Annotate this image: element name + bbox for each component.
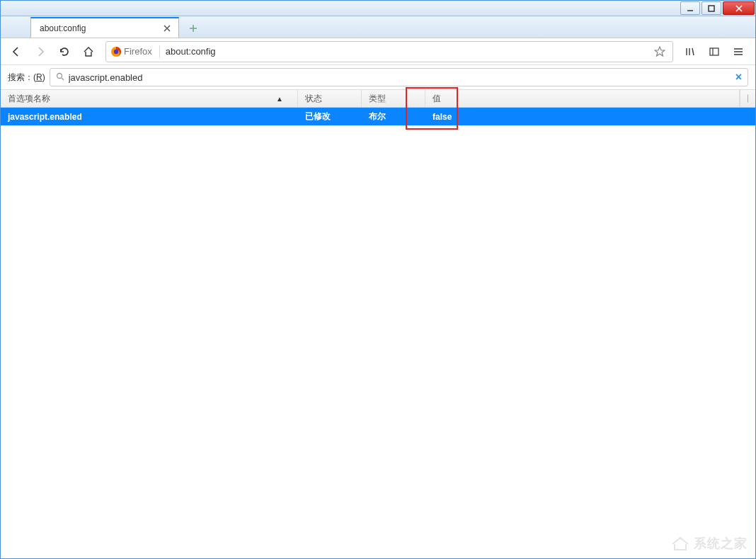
address-url: about:config (166, 46, 651, 57)
table-row[interactable]: javascript.enabled 已修改 布尔 false (1, 108, 755, 125)
bookmark-star-icon[interactable] (651, 46, 668, 57)
tab-strip: about:config (1, 16, 755, 38)
svg-rect-13 (710, 48, 718, 55)
sidebar-icon[interactable] (703, 40, 726, 63)
address-separator (159, 45, 160, 58)
svg-point-18 (57, 74, 62, 79)
library-icon[interactable] (679, 40, 701, 63)
search-label: 搜索：(R) (8, 72, 45, 84)
address-bar[interactable]: Firefox about:config (105, 41, 673, 62)
forward-button[interactable] (29, 40, 52, 63)
config-search-row: 搜索：(R) × (1, 65, 755, 89)
maximize-button[interactable] (701, 1, 721, 15)
search-box[interactable]: × (50, 68, 748, 86)
svg-rect-1 (709, 6, 714, 11)
column-type[interactable]: 类型 (362, 90, 425, 107)
search-input[interactable] (69, 72, 731, 83)
tab-aboutconfig[interactable]: about:config (30, 17, 179, 38)
column-name[interactable]: 首选项名称 ▲ (1, 90, 298, 107)
watermark: 系统之家 (671, 535, 748, 552)
column-picker-icon[interactable] (740, 90, 755, 107)
window-titlebar (1, 1, 755, 16)
pref-type: 布尔 (362, 111, 425, 123)
pref-value: false (425, 112, 755, 122)
svg-point-9 (114, 49, 118, 53)
minimize-button[interactable] (680, 1, 700, 15)
pref-status: 已修改 (298, 111, 362, 123)
svg-line-19 (62, 78, 64, 80)
back-button[interactable] (5, 40, 28, 63)
tab-close-icon[interactable] (161, 23, 173, 34)
home-button[interactable] (77, 40, 100, 63)
config-table-body: javascript.enabled 已修改 布尔 false (1, 108, 755, 125)
firefox-logo-icon (110, 46, 122, 57)
config-table-header: 首选项名称 ▲ 状态 类型 值 (1, 89, 755, 108)
column-status[interactable]: 状态 (298, 90, 362, 107)
menu-icon[interactable] (727, 40, 750, 63)
nav-bar: Firefox about:config (1, 38, 755, 65)
clear-search-icon[interactable]: × (735, 71, 742, 84)
address-brand-label: Firefox (124, 46, 152, 57)
reload-button[interactable] (53, 40, 76, 63)
new-tab-button[interactable] (183, 19, 203, 38)
sort-asc-icon: ▲ (276, 95, 283, 103)
tab-title: about:config (40, 23, 161, 33)
svg-line-12 (692, 48, 694, 55)
search-icon (56, 71, 64, 84)
pref-name: javascript.enabled (1, 112, 298, 122)
close-button[interactable] (723, 1, 755, 15)
column-value[interactable]: 值 (425, 90, 740, 107)
